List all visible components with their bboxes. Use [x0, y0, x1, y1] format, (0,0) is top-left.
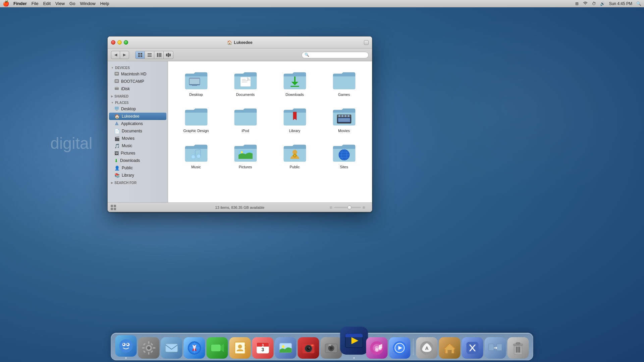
- close-button[interactable]: [111, 40, 115, 45]
- folder-documents-icon: [234, 69, 257, 91]
- folder-sites[interactable]: Sites: [321, 139, 367, 172]
- sidebar-section-shared[interactable]: ▶ SHARED: [108, 93, 168, 99]
- menubar-edit[interactable]: Edit: [43, 1, 51, 6]
- sidebar-item-public[interactable]: 👤 Public: [108, 164, 168, 172]
- addressbook-dock-icon[interactable]: [229, 337, 251, 359]
- sidebar-section-search[interactable]: ▶ SEARCH FOR: [108, 179, 168, 185]
- itunes-dock-icon[interactable]: [366, 337, 388, 359]
- migration-dock-icon[interactable]: [485, 337, 506, 359]
- finder-dock-icon[interactable]: [115, 335, 137, 357]
- svg-point-113: [379, 347, 382, 350]
- dock-item-home[interactable]: [439, 337, 461, 359]
- dock-item-imovie[interactable]: iMovie: [343, 335, 365, 359]
- folder-library[interactable]: Library: [272, 103, 318, 135]
- mail-dock-icon[interactable]: [161, 337, 182, 359]
- folder-downloads[interactable]: Downloads: [272, 66, 318, 99]
- folder-ipod[interactable]: iPod: [222, 103, 268, 135]
- dock-item-migration[interactable]: [485, 337, 506, 359]
- sidebar-item-lukeedee[interactable]: 🏠 Lukeedee: [109, 113, 166, 120]
- menubar-display-icon[interactable]: ⊞: [575, 1, 579, 6]
- svg-rect-71: [143, 350, 146, 353]
- folder-movies[interactable]: Movies: [321, 103, 367, 135]
- sidebar-item-desktop[interactable]: Desktop: [108, 105, 168, 113]
- svg-rect-11: [168, 53, 169, 57]
- apple-menu[interactable]: 🍎: [3, 0, 9, 7]
- menubar-view[interactable]: View: [55, 1, 65, 6]
- coverflow-view-button[interactable]: [164, 51, 173, 59]
- dock-item-ical[interactable]: 33: [252, 337, 274, 359]
- menubar-help[interactable]: Help: [100, 1, 109, 6]
- home-dock-icon[interactable]: [439, 337, 461, 359]
- sidebar-item-bootcamp[interactable]: BOOTCAMP: [108, 78, 168, 85]
- ical-dock-icon[interactable]: 33: [252, 337, 274, 359]
- search-bar[interactable]: 🔍: [302, 52, 369, 58]
- folder-games[interactable]: Games: [321, 66, 367, 99]
- photobooth-dock-icon[interactable]: [298, 337, 319, 359]
- dock-item-addressbook[interactable]: [229, 337, 251, 359]
- sidebar-item-applications[interactable]: Applications: [108, 120, 168, 127]
- dock-item-finder[interactable]: [115, 335, 137, 359]
- folder-public[interactable]: ! Public: [272, 139, 318, 172]
- dock-item-appstore[interactable]: A: [416, 337, 438, 359]
- back-button[interactable]: ◀: [111, 51, 120, 59]
- folder-documents[interactable]: Documents: [222, 66, 268, 99]
- dock-item-safari[interactable]: [184, 337, 205, 359]
- appstore-dock-icon[interactable]: A: [416, 337, 438, 359]
- sidebar-item-macintosh-hd[interactable]: Macintosh HD: [108, 70, 168, 78]
- menubar-wifi-icon[interactable]: [583, 1, 588, 6]
- sysprefs-dock-icon[interactable]: [138, 337, 160, 359]
- dock-item-itunes[interactable]: [366, 337, 388, 359]
- folder-pictures[interactable]: Pictures: [222, 139, 268, 172]
- maximize-button[interactable]: [124, 40, 128, 45]
- menubar-volume-icon[interactable]: 🔊: [600, 1, 605, 6]
- dock-item-facetime[interactable]: [207, 337, 228, 359]
- list-view-button[interactable]: [145, 51, 154, 59]
- folder-graphic-design[interactable]: Graphic Design: [173, 103, 219, 135]
- folder-music[interactable]: Music: [173, 139, 219, 172]
- sidebar-item-movies[interactable]: 🎬 Movies: [108, 135, 168, 142]
- folder-desktop[interactable]: Desktop: [173, 66, 219, 99]
- menubar-datetime[interactable]: Sun 4:45 PM: [609, 1, 632, 6]
- forward-button[interactable]: ▶: [120, 51, 129, 59]
- minimize-button[interactable]: [117, 40, 122, 45]
- dock-item-sysprefs[interactable]: [138, 337, 160, 359]
- dock-item-iphoto[interactable]: [275, 337, 297, 359]
- sidebar-section-places[interactable]: ▼ PLACES: [108, 99, 168, 105]
- dock-item-quicktime[interactable]: [389, 337, 411, 359]
- dock-item-mail[interactable]: [161, 337, 182, 359]
- dock-item-xcode[interactable]: [462, 337, 483, 359]
- safari-dock-icon[interactable]: [184, 337, 205, 359]
- quicktime-dock-icon[interactable]: [389, 337, 411, 359]
- zoom-button[interactable]: [364, 40, 369, 45]
- menubar-window[interactable]: Window: [80, 1, 95, 6]
- column-view-button[interactable]: [154, 51, 164, 59]
- sidebar-item-pictures[interactable]: 🖼 Pictures: [108, 149, 168, 157]
- xcode-dock-icon[interactable]: [462, 337, 483, 359]
- imovie-dot: [354, 357, 355, 359]
- menubar-file[interactable]: File: [32, 1, 39, 6]
- sidebar-item-music[interactable]: 🎵 Music: [108, 142, 168, 149]
- slider-thumb[interactable]: [347, 205, 352, 209]
- iphoto-dock-icon[interactable]: [275, 337, 297, 359]
- icon-view-button[interactable]: [136, 51, 145, 59]
- dock-item-photobooth[interactable]: [298, 337, 319, 359]
- sidebar-section-devices[interactable]: ▼ DEVICES: [108, 64, 168, 70]
- menubar-finder[interactable]: Finder: [13, 1, 27, 6]
- facetime-dock-icon[interactable]: [207, 337, 228, 359]
- imovie-dock-icon[interactable]: [340, 327, 368, 355]
- dock-item-trash[interactable]: [507, 337, 529, 359]
- dock-container: 33 iMovie: [111, 333, 533, 362]
- menubar-go[interactable]: Go: [69, 1, 75, 6]
- sidebar-item-idisk[interactable]: iDisk: [108, 85, 168, 93]
- menubar-timemachine-icon[interactable]: ⏱: [592, 1, 596, 6]
- search-input[interactable]: [311, 53, 366, 57]
- menubar-search-icon[interactable]: 🔍: [636, 1, 641, 6]
- sidebar-item-library[interactable]: 📚 Library: [108, 172, 168, 179]
- screenshot-dock-icon[interactable]: [321, 337, 342, 359]
- trash-dock-icon[interactable]: [507, 337, 529, 359]
- sidebar-item-downloads[interactable]: ⬇ Downloads: [108, 157, 168, 164]
- dock-item-screenshot[interactable]: [321, 337, 342, 359]
- sidebar-item-documents[interactable]: 📄 Documents: [108, 127, 168, 135]
- places-triangle: ▼: [111, 101, 114, 104]
- zoom-slider[interactable]: ⊟ ⊞: [330, 206, 365, 209]
